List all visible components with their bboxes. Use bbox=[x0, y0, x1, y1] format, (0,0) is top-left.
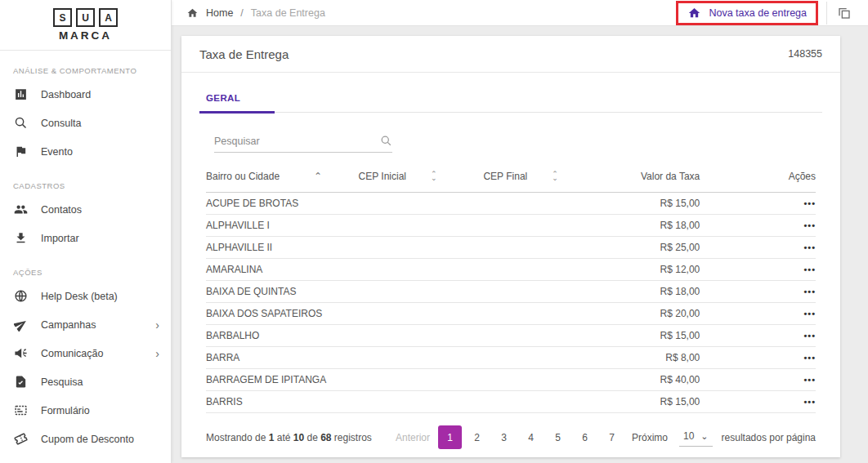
form-icon bbox=[13, 403, 28, 417]
page-button-1[interactable]: 1 bbox=[438, 425, 462, 449]
row-actions-icon[interactable]: ••• bbox=[700, 331, 816, 341]
previous-page-button[interactable]: Anterior bbox=[396, 432, 430, 443]
row-actions-icon[interactable]: ••• bbox=[700, 375, 816, 385]
sidebar-item-label: Dashboard bbox=[41, 89, 91, 100]
delivery-fee-table: Bairro ou Cidade ⌃ CEP Inicial ⌃⌄ CEP Fi… bbox=[206, 153, 816, 413]
breadcrumb: Home / Taxa de Entrega bbox=[186, 7, 325, 19]
row-actions-icon[interactable]: ••• bbox=[700, 287, 816, 296]
tab-bar: GERAL bbox=[181, 73, 840, 114]
sidebar-item-evento[interactable]: Evento bbox=[0, 137, 171, 166]
column-label: Valor da Taxa bbox=[641, 171, 700, 182]
brand-letter-box: S bbox=[53, 8, 72, 27]
sidebar-item-importar[interactable]: Importar bbox=[0, 224, 171, 252]
page-button-2[interactable]: 2 bbox=[465, 425, 489, 449]
pagination: Anterior 1 2 3 4 5 6 7 Próximo 10 ⌄ resu… bbox=[396, 425, 816, 449]
sidebar-item-label: Evento bbox=[41, 146, 73, 158]
table-row: ALPHAVILLE II R$ 25,00 ••• bbox=[206, 237, 816, 259]
search-icon bbox=[13, 116, 28, 130]
home-icon bbox=[687, 7, 701, 20]
row-actions-icon[interactable]: ••• bbox=[700, 353, 816, 363]
column-label: Bairro ou Cidade bbox=[206, 171, 280, 182]
row-actions-icon[interactable]: ••• bbox=[700, 220, 816, 230]
row-actions-icon[interactable]: ••• bbox=[700, 397, 816, 407]
bairro-cell: BARRIS bbox=[206, 396, 608, 407]
download-icon bbox=[13, 231, 28, 245]
column-label: CEP Inicial bbox=[359, 171, 406, 182]
bairro-cell: AMARALINA bbox=[206, 264, 608, 275]
bairro-cell: ALPHAVILLE I bbox=[206, 220, 608, 231]
table-row: BARRIS R$ 15,00 ••• bbox=[206, 391, 816, 413]
column-header-cep-inicial[interactable]: CEP Inicial ⌃⌄ bbox=[359, 171, 484, 182]
row-actions-icon[interactable]: ••• bbox=[700, 243, 816, 252]
column-label: Ações bbox=[789, 171, 816, 182]
breadcrumb-home-label: Home bbox=[206, 7, 233, 19]
page-button-4[interactable]: 4 bbox=[519, 425, 543, 449]
sidebar-item-label: Importar bbox=[41, 233, 79, 244]
page-button-3[interactable]: 3 bbox=[492, 425, 516, 449]
bairro-cell: BARRAGEM DE IPITANGA bbox=[206, 374, 608, 385]
sidebar-item-label: Cupom de Desconto bbox=[41, 434, 134, 445]
breadcrumb-current: Taxa de Entrega bbox=[251, 7, 325, 19]
sidebar-item-contatos[interactable]: Contatos bbox=[0, 195, 171, 224]
sort-both-icon[interactable]: ⌃⌄ bbox=[552, 172, 558, 180]
column-header-bairro[interactable]: Bairro ou Cidade ⌃ bbox=[206, 171, 359, 182]
valor-cell: R$ 18,00 bbox=[608, 220, 700, 231]
sidebar-item-label: Campanhas bbox=[41, 319, 96, 331]
new-delivery-fee-button[interactable]: Nova taxa de entrega bbox=[676, 1, 818, 25]
sidebar-section-acoes: AÇÕES bbox=[0, 252, 171, 282]
page-button-7[interactable]: 7 bbox=[600, 425, 624, 449]
chevron-right-icon: › bbox=[155, 321, 159, 329]
row-actions-icon[interactable]: ••• bbox=[700, 309, 816, 318]
table-row: BARBALHO R$ 15,00 ••• bbox=[206, 325, 816, 347]
sidebar-item-dashboard[interactable]: Dashboard bbox=[0, 80, 171, 109]
brand-letter-box: U bbox=[76, 8, 95, 27]
sidebar-item-cupom[interactable]: Cupom de Desconto bbox=[0, 425, 171, 453]
sidebar-section-cadastros: CADASTROS bbox=[0, 166, 171, 195]
brand-logo[interactable]: S U A MARCA bbox=[0, 0, 171, 51]
valor-cell: R$ 15,00 bbox=[608, 198, 700, 209]
table-header-row: Bairro ou Cidade ⌃ CEP Inicial ⌃⌄ CEP Fi… bbox=[206, 153, 816, 193]
row-actions-icon[interactable]: ••• bbox=[700, 265, 816, 274]
search-field[interactable] bbox=[214, 135, 392, 153]
megaphone-icon bbox=[13, 346, 28, 360]
page-title: Taxa de Entrega bbox=[199, 47, 289, 61]
search-input[interactable] bbox=[214, 136, 361, 147]
records-summary: Mostrando de 1 até 10 de 68 registros bbox=[206, 432, 372, 443]
search-icon[interactable] bbox=[380, 135, 392, 147]
sidebar-item-help-desk[interactable]: Help Desk (beta) bbox=[0, 282, 171, 310]
table-row: BARRAGEM DE IPITANGA R$ 40,00 ••• bbox=[206, 369, 816, 391]
brand-logo-boxes: S U A bbox=[53, 8, 118, 27]
sort-both-icon[interactable]: ⌃⌄ bbox=[431, 172, 437, 180]
column-header-valor: Valor da Taxa bbox=[608, 171, 700, 182]
column-header-acoes: Ações bbox=[700, 171, 816, 182]
bairro-cell: BAIXA DE QUINTAS bbox=[206, 286, 608, 297]
bairro-cell: BARRA bbox=[206, 352, 608, 363]
page-button-6[interactable]: 6 bbox=[573, 425, 597, 449]
column-label: CEP Final bbox=[483, 171, 527, 182]
topbar: Home / Taxa de Entrega Nova taxa de entr… bbox=[172, 0, 868, 26]
bairro-cell: BARBALHO bbox=[206, 330, 608, 341]
sidebar-item-consulta[interactable]: Consulta bbox=[0, 109, 171, 137]
row-actions-icon[interactable]: ••• bbox=[700, 198, 816, 208]
chevron-right-icon: › bbox=[155, 349, 159, 358]
table-row: BAIXA DE QUINTAS R$ 18,00 ••• bbox=[206, 281, 816, 303]
page-size-select[interactable]: 10 ⌄ bbox=[679, 428, 713, 447]
valor-cell: R$ 15,00 bbox=[608, 330, 700, 341]
tab-geral[interactable]: GERAL bbox=[199, 93, 242, 111]
next-page-button[interactable]: Próximo bbox=[632, 432, 668, 443]
page-button-5[interactable]: 5 bbox=[546, 425, 570, 449]
copy-icon[interactable] bbox=[827, 7, 861, 20]
valor-cell: R$ 18,00 bbox=[608, 286, 700, 297]
column-header-cep-final[interactable]: CEP Final ⌃⌄ bbox=[483, 171, 608, 182]
rocket-icon bbox=[13, 318, 28, 332]
sidebar-item-pesquisa[interactable]: Pesquisa bbox=[0, 367, 171, 396]
sidebar-item-campanhas[interactable]: Campanhas › bbox=[0, 310, 171, 339]
sidebar-item-label: Consulta bbox=[41, 118, 81, 129]
valor-cell: R$ 12,00 bbox=[608, 264, 700, 275]
sidebar-item-formulario[interactable]: Formulário bbox=[0, 396, 171, 425]
ticket-icon bbox=[13, 432, 28, 446]
sidebar-item-comunicacao[interactable]: Comunicação › bbox=[0, 339, 171, 367]
sort-ascending-icon[interactable]: ⌃ bbox=[314, 171, 322, 182]
bairro-cell: BAIXA DOS SAPATEIROS bbox=[206, 308, 608, 319]
breadcrumb-home-link[interactable]: Home bbox=[186, 7, 233, 19]
